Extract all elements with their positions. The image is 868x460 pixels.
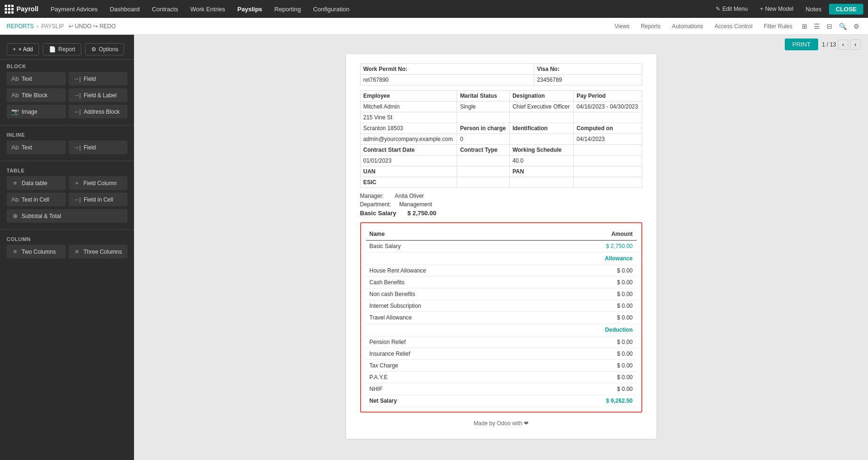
- new-model-button[interactable]: + New Model: [755, 4, 798, 14]
- two-col-icon: ≡: [11, 248, 19, 255]
- table-row: Internet Subscription $ 0.00: [366, 300, 637, 312]
- reports-button[interactable]: Reports: [637, 22, 664, 31]
- nav-reporting[interactable]: Reporting: [270, 3, 306, 16]
- next-page-button[interactable]: ›: [850, 39, 860, 50]
- text-in-cell-icon: Ab: [11, 196, 19, 203]
- email-value: admin@yourcompany.example.com: [360, 134, 457, 145]
- settings-icon[interactable]: ⚙: [852, 22, 861, 31]
- made-by: Made by Odoo with ❤: [360, 417, 642, 429]
- options-button[interactable]: ⚙ Options: [85, 43, 124, 55]
- prev-page-button[interactable]: ‹: [838, 39, 848, 50]
- table-row: Allowance: [366, 252, 637, 265]
- text-icon: Ab: [11, 75, 19, 82]
- report-icon: 📄: [49, 46, 56, 53]
- basic-salary-label: Basic Salary: [360, 210, 396, 217]
- sidebar-item-field-label: Field: [84, 76, 96, 82]
- sidebar-item-field-column-label: Field Column: [84, 180, 117, 187]
- sidebar-item-text-block[interactable]: Ab Text: [7, 72, 66, 86]
- sidebar-item-inline-text-label: Text: [22, 144, 32, 151]
- close-button[interactable]: CLOSE: [829, 4, 863, 15]
- table-row: House Rent Allowance $ 0.00: [366, 265, 637, 277]
- breadcrumb-reports[interactable]: REPORTS: [7, 23, 34, 30]
- kanban-view-icon[interactable]: ⊟: [825, 22, 834, 31]
- brand-label: Payroll: [16, 5, 39, 13]
- search-icon[interactable]: 🔍: [837, 22, 849, 31]
- report-button[interactable]: 📄 Report: [43, 43, 81, 55]
- sidebar-item-subtotal-label: Subtotal & Total: [22, 213, 61, 219]
- employee-info-table: Employee Marital Status Designation Pay …: [360, 90, 642, 188]
- image-icon: 📷: [11, 108, 19, 115]
- sidebar-item-two-columns[interactable]: ≡ Two Columns: [7, 245, 66, 258]
- list-view-icon[interactable]: ☰: [812, 22, 822, 31]
- access-control-button[interactable]: Access Control: [711, 22, 757, 31]
- sidebar-item-field-label-text: Field & Label: [84, 92, 117, 99]
- sidebar-item-field-in-cell[interactable]: →| Field in Cell: [69, 193, 128, 206]
- person-value2: 0: [457, 134, 510, 145]
- redo-button[interactable]: ↪ REDO: [93, 23, 116, 30]
- block-section: Block Ab Text →| Field Ab Title Block →|…: [0, 60, 134, 122]
- nav-contracts[interactable]: Contracts: [147, 3, 183, 16]
- visa-label: Visa No:: [534, 64, 642, 75]
- sidebar-item-inline-field-label: Field: [84, 144, 96, 151]
- subtotal-icon: ⊕: [11, 212, 19, 219]
- gear-icon: ⚙: [91, 46, 96, 53]
- table-row: NHIF $ 0.00: [366, 383, 637, 395]
- sidebar-item-three-columns[interactable]: ≡ Three Columns: [69, 245, 128, 258]
- sidebar-item-field-column[interactable]: + Field Column: [69, 176, 128, 190]
- nav-payment-advices[interactable]: Payment Advices: [46, 3, 103, 16]
- nav-right: ✎ Edit Menu + New Model Notes CLOSE: [711, 4, 863, 15]
- table-row: Non cash Benefits $ 0.00: [366, 288, 637, 300]
- nav-work-entries[interactable]: Work Entries: [186, 3, 230, 16]
- sidebar-item-image[interactable]: 📷 Image: [7, 105, 66, 118]
- column-grid: ≡ Two Columns ≡ Three Columns: [7, 245, 127, 258]
- salary-table: Name Amount Basic Salary $ 2,750.00 Allo…: [366, 228, 637, 407]
- views-button[interactable]: Views: [611, 22, 633, 31]
- notes-button[interactable]: Notes: [801, 4, 826, 15]
- block-title: Block: [7, 63, 127, 69]
- nav-payslips[interactable]: Payslips: [233, 3, 267, 16]
- table-row: Insurance Relief $ 0.00: [366, 348, 637, 360]
- sidebar-item-data-table[interactable]: ≡ Data table: [7, 176, 66, 190]
- department-value: Management: [399, 201, 432, 208]
- breadcrumb: REPORTS › PAYSLIP: [7, 23, 64, 30]
- breadcrumb-sep: ›: [37, 23, 39, 30]
- employee-value: Mitchell Admin: [360, 101, 457, 112]
- sidebar-item-text-in-cell-label: Text in Cell: [22, 196, 49, 203]
- print-button[interactable]: PRINT: [785, 39, 818, 50]
- automations-button[interactable]: Automations: [668, 22, 707, 31]
- filter-rules-button[interactable]: Filter Rules: [760, 22, 796, 31]
- sidebar-item-two-columns-label: Two Columns: [22, 249, 56, 255]
- designation-label: Designation: [509, 91, 573, 101]
- table-row: Travel Allowance $ 0.00: [366, 312, 637, 324]
- undo-button[interactable]: ↩ UNDO: [69, 23, 91, 30]
- sidebar-toolbar: + + Add 📄 Report ⚙ Options: [0, 39, 134, 60]
- col-amount-header: Amount: [543, 228, 637, 241]
- add-button[interactable]: + + Add: [7, 43, 39, 55]
- sidebar-item-text-in-cell[interactable]: Ab Text in Cell: [7, 193, 66, 206]
- table-row: Cash Benefits $ 0.00: [366, 277, 637, 288]
- sidebar-item-title-block[interactable]: Ab Title Block: [7, 88, 66, 102]
- uan-label: UAN: [360, 166, 457, 177]
- sidebar-item-inline-text[interactable]: Ab Text: [7, 140, 66, 154]
- sidebar-item-inline-field[interactable]: →| Field: [69, 140, 128, 154]
- manager-row: Manager: Anita Oliver: [360, 193, 642, 199]
- three-col-icon: ≡: [73, 248, 81, 255]
- inline-grid: Ab Text →| Field: [7, 140, 127, 154]
- sidebar-item-address-block[interactable]: →| Address Block: [69, 105, 128, 118]
- sidebar-item-field-label[interactable]: →| Field & Label: [69, 88, 128, 102]
- grid-view-icon[interactable]: ⊞: [800, 22, 809, 31]
- sidebar-item-subtotal-total[interactable]: ⊕ Subtotal & Total: [7, 209, 127, 223]
- sub-nav: REPORTS › PAYSLIP ↩ UNDO ↪ REDO Views Re…: [0, 18, 868, 35]
- breadcrumb-payslip: PAYSLIP: [41, 23, 64, 30]
- table-row: P.A.Y.E $ 0.00: [366, 372, 637, 383]
- nav-configuration[interactable]: Configuration: [308, 3, 354, 16]
- work-permit-table: Work Permit No: Visa No: ret767890 23456…: [360, 63, 642, 86]
- contract-start-label: Contract Start Date: [360, 145, 457, 156]
- sidebar-item-field[interactable]: →| Field: [69, 72, 128, 86]
- nav-dashboard[interactable]: Dashboard: [105, 3, 144, 16]
- work-permit-label: Work Permit No:: [360, 64, 534, 75]
- edit-menu-button[interactable]: ✎ Edit Menu: [711, 4, 752, 14]
- title-icon: Ab: [11, 92, 19, 99]
- department-label: Department:: [360, 201, 391, 208]
- grid-icon[interactable]: [5, 5, 14, 14]
